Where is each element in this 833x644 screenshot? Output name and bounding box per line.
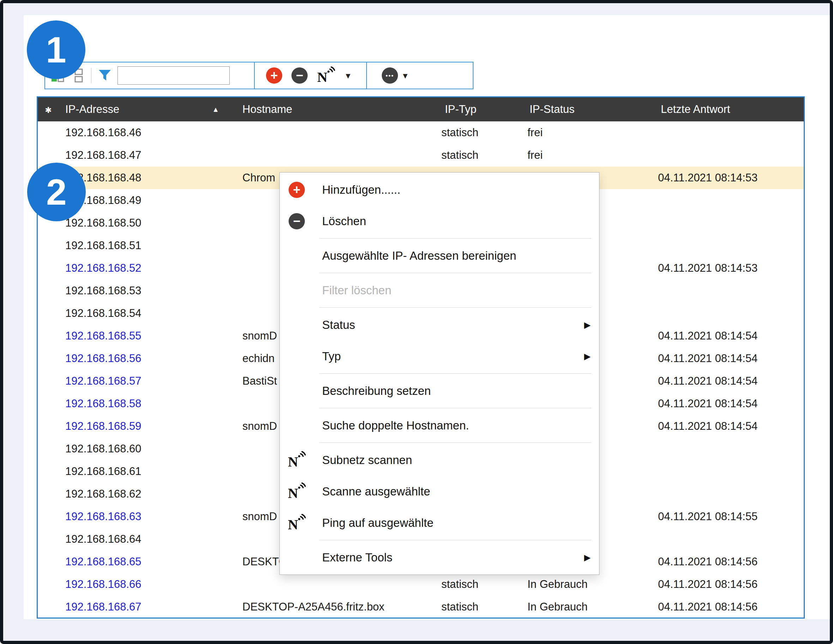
context-menu-item[interactable]: Filter löschen <box>280 275 599 306</box>
context-menu-item[interactable]: − Löschen <box>280 205 599 237</box>
context-menu-item[interactable]: Suche doppelte Hostnamen. <box>280 410 599 441</box>
ip-cell: 192.168.168.60 <box>59 443 235 455</box>
submenu-arrow-icon: ▶ <box>584 552 591 562</box>
context-menu-item[interactable]: Status ▶ <box>280 309 599 341</box>
hostname-cell: DESKTOP-A25A456.fritz.box <box>235 601 433 613</box>
context-menu-item[interactable]: Ausgewählte IP- Adressen bereinigen <box>280 240 599 271</box>
letzte-antwort-cell: 04.11.2021 08:14:54 <box>627 397 804 410</box>
column-header-ip-status[interactable]: IP-Status <box>514 103 627 116</box>
toolbar-divider <box>91 68 92 83</box>
context-menu-item-label: Löschen <box>322 214 366 228</box>
scan-network-icon: N <box>288 482 306 501</box>
context-menu-item-label: Ping auf ausgewählte <box>322 516 434 530</box>
context-menu-item-label: Typ <box>322 350 341 363</box>
selector-icon: ✱ <box>45 106 51 115</box>
delete-ip-button[interactable]: − <box>291 68 308 84</box>
table-row[interactable]: 192.168.168.46 statisch frei <box>38 121 804 144</box>
menu-separator <box>319 408 591 408</box>
context-menu-item[interactable]: Externe Tools ▶ <box>280 542 599 573</box>
scan-network-icon[interactable]: N <box>317 66 335 85</box>
add-ip-button[interactable]: + <box>266 68 282 84</box>
ip-cell: 192.168.168.48 <box>59 172 235 184</box>
ip-cell: 192.168.168.50 <box>59 217 235 229</box>
letzte-antwort-cell: 04.11.2021 08:14:54 <box>627 375 804 388</box>
letzte-antwort-cell: 04.11.2021 08:14:54 <box>627 330 804 342</box>
context-menu-item-label: Beschreibung setzen <box>322 384 431 398</box>
letzte-antwort-cell: 04.11.2021 08:14:55 <box>627 510 804 523</box>
ip-cell: 192.168.168.47 <box>59 149 235 162</box>
ip-cell: 192.168.168.56 <box>59 352 235 365</box>
svg-text:N: N <box>288 517 298 532</box>
letzte-antwort-cell: 04.11.2021 08:14:54 <box>627 420 804 433</box>
context-menu-item[interactable]: N Scanne ausgewählte <box>280 476 599 507</box>
ip-cell: 192.168.168.61 <box>59 465 235 478</box>
ip-cell: 192.168.168.51 <box>59 239 235 252</box>
context-menu-item-label: Ausgewählte IP- Adressen bereinigen <box>322 249 516 262</box>
letzte-antwort-cell: 04.11.2021 08:14:53 <box>627 172 804 184</box>
context-menu-item-label: Hinzufügen...... <box>322 183 400 196</box>
menu-separator <box>319 443 591 443</box>
column-header-ip-adresse[interactable]: IP-Adresse ▲ <box>59 103 235 116</box>
filter-icon[interactable] <box>97 68 113 83</box>
context-menu-item-label: Suche doppelte Hostnamen. <box>322 419 469 432</box>
more-options-button[interactable]: ••• <box>382 68 398 84</box>
context-menu-item-label: Status <box>322 318 355 332</box>
app-window: + − N ▾ ••• ▾ ✱ IP-Adresse <box>0 0 833 644</box>
step-badge-2: 2 <box>27 163 86 221</box>
table-row[interactable]: 192.168.168.67 DESKTOP-A25A456.fritz.box… <box>38 596 804 618</box>
table-header: ✱ IP-Adresse ▲ Hostname IP-Typ IP-Status… <box>38 97 804 121</box>
context-menu-item[interactable]: Typ ▶ <box>280 341 599 372</box>
ip-cell: 192.168.168.57 <box>59 375 235 388</box>
table-row[interactable]: 192.168.168.66 statisch In Gebrauch 04.1… <box>38 573 804 596</box>
sort-asc-icon: ▲ <box>212 106 219 114</box>
ip-cell: 192.168.168.59 <box>59 420 235 433</box>
menu-separator <box>319 540 591 540</box>
ip-cell: 192.168.168.52 <box>59 262 235 275</box>
ip-cell: 192.168.168.46 <box>59 126 235 139</box>
column-header-ip-typ[interactable]: IP-Typ <box>433 103 514 116</box>
letzte-antwort-cell: 04.11.2021 08:14:54 <box>627 352 804 365</box>
scan-network-icon: N <box>288 514 306 532</box>
ip-typ-cell: statisch <box>433 126 514 139</box>
context-menu-item-label: Externe Tools <box>322 551 392 564</box>
ip-typ-cell: statisch <box>433 149 514 162</box>
ip-cell: 192.168.168.65 <box>59 555 235 568</box>
letzte-antwort-cell: 04.11.2021 08:14:56 <box>627 601 804 613</box>
step-badge-1: 1 <box>27 21 85 79</box>
selector-column-header[interactable]: ✱ <box>38 103 59 116</box>
letzte-antwort-cell: 04.11.2021 08:14:56 <box>627 555 804 568</box>
table-row[interactable]: 192.168.168.47 statisch frei <box>38 144 804 167</box>
ip-cell: 192.168.168.62 <box>59 488 235 501</box>
submenu-arrow-icon: ▶ <box>584 320 591 330</box>
ip-cell: 192.168.168.54 <box>59 307 235 320</box>
more-dropdown-caret-icon[interactable]: ▾ <box>403 70 407 81</box>
scan-dropdown-caret-icon[interactable]: ▾ <box>346 70 351 81</box>
ip-status-cell: In Gebrauch <box>514 578 627 591</box>
scan-network-icon: N <box>288 451 306 469</box>
menu-separator <box>319 308 591 308</box>
column-header-hostname[interactable]: Hostname <box>235 103 433 116</box>
svg-text:N: N <box>288 454 298 469</box>
menu-separator <box>319 374 591 374</box>
toolbar: + − N ▾ ••• ▾ <box>45 62 473 89</box>
ip-cell: 192.168.168.67 <box>59 601 235 613</box>
context-menu-item-label: Filter löschen <box>322 284 391 297</box>
menu-separator <box>319 238 591 238</box>
ip-cell: 192.168.168.63 <box>59 510 235 523</box>
ip-cell: 192.168.168.53 <box>59 284 235 297</box>
add-icon: + <box>288 182 306 198</box>
ip-cell: 192.168.168.66 <box>59 578 235 591</box>
context-menu-item[interactable]: + Hinzufügen...... <box>280 174 599 205</box>
menu-separator <box>319 273 591 273</box>
context-menu-item[interactable]: N Subnetz scannen <box>280 444 599 476</box>
ip-typ-cell: statisch <box>433 601 514 613</box>
letzte-antwort-cell: 04.11.2021 08:14:56 <box>627 578 804 591</box>
context-menu-item[interactable]: N Ping auf ausgewählte <box>280 507 599 538</box>
context-menu-item[interactable]: Beschreibung setzen <box>280 375 599 407</box>
filter-input[interactable] <box>117 66 230 85</box>
ip-cell: 192.168.168.58 <box>59 397 235 410</box>
ip-status-cell: In Gebrauch <box>514 601 627 613</box>
context-menu: + Hinzufügen...... − Löschen <box>280 172 600 575</box>
remove-icon: − <box>288 213 306 229</box>
column-header-letzte-antwort[interactable]: Letzte Antwort <box>627 103 804 116</box>
